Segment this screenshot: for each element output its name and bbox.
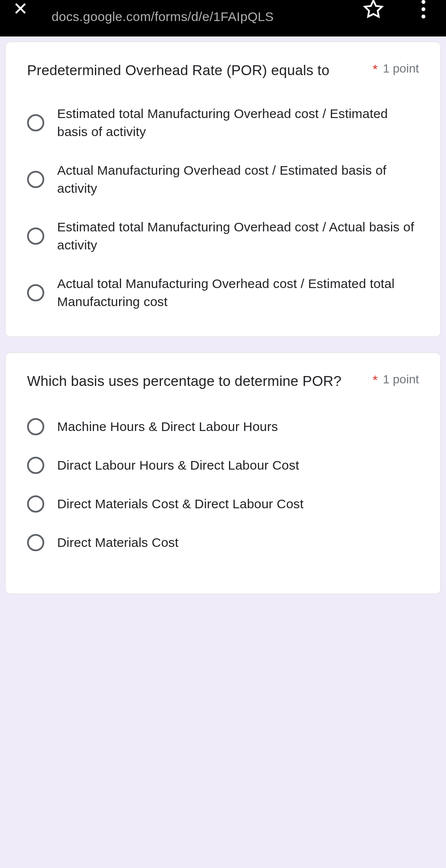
- radio-icon: [27, 495, 44, 513]
- radio-icon: [27, 418, 44, 435]
- close-icon[interactable]: ✕: [13, 0, 28, 18]
- option-label: Direct Materials Cost: [57, 534, 179, 552]
- option-label: Actual Manufacturing Overhead cost / Est…: [57, 161, 419, 197]
- radio-option[interactable]: Actual total Manufacturing Overhead cost…: [27, 275, 419, 311]
- points-block: * 1 point: [373, 370, 419, 387]
- radio-option[interactable]: Estimated total Manufacturing Overhead c…: [27, 218, 419, 254]
- option-label: Machine Hours & Direct Labour Hours: [57, 418, 278, 436]
- url-text[interactable]: docs.google.com/forms/d/e/1FAIpQLS: [52, 9, 274, 24]
- radio-option[interactable]: Diract Labour Hours & Direct Labour Cost: [27, 456, 419, 474]
- radio-option[interactable]: Direct Materials Cost: [27, 534, 419, 552]
- form-content: Predetermined Overhead Rate (POR) equals…: [0, 36, 446, 615]
- question-header: Which basis uses percentage to determine…: [27, 370, 419, 392]
- radio-icon: [27, 228, 44, 245]
- radio-option[interactable]: Actual Manufacturing Overhead cost / Est…: [27, 161, 419, 197]
- radio-icon: [27, 171, 44, 188]
- points-label: 1 point: [383, 62, 419, 76]
- points-label: 1 point: [383, 373, 419, 386]
- option-label: Diract Labour Hours & Direct Labour Cost: [57, 456, 299, 474]
- option-label: Actual total Manufacturing Overhead cost…: [57, 275, 419, 311]
- required-asterisk: *: [373, 373, 378, 387]
- option-label: Estimated total Manufacturing Overhead c…: [57, 218, 419, 254]
- radio-option[interactable]: Direct Materials Cost & Direct Labour Co…: [27, 495, 419, 513]
- radio-icon: [27, 534, 44, 551]
- question-title: Predetermined Overhead Rate (POR) equals…: [27, 59, 373, 81]
- radio-option[interactable]: Machine Hours & Direct Labour Hours: [27, 418, 419, 436]
- points-block: * 1 point: [373, 59, 419, 76]
- question-header: Predetermined Overhead Rate (POR) equals…: [27, 59, 419, 81]
- browser-bar: ✕ docs.google.com/forms/d/e/1FAIpQLS: [0, 0, 446, 36]
- bookmark-icon[interactable]: [363, 0, 384, 21]
- question-card: Predetermined Overhead Rate (POR) equals…: [5, 42, 441, 337]
- radio-icon: [27, 284, 44, 301]
- more-vert-icon[interactable]: [422, 0, 425, 18]
- required-asterisk: *: [373, 62, 378, 76]
- radio-icon: [27, 457, 44, 474]
- option-label: Direct Materials Cost & Direct Labour Co…: [57, 495, 304, 513]
- radio-option[interactable]: Estimated total Manufacturing Overhead c…: [27, 105, 419, 141]
- radio-icon: [27, 114, 44, 131]
- question-card: Which basis uses percentage to determine…: [5, 352, 441, 594]
- question-title: Which basis uses percentage to determine…: [27, 370, 373, 392]
- option-label: Estimated total Manufacturing Overhead c…: [57, 105, 419, 141]
